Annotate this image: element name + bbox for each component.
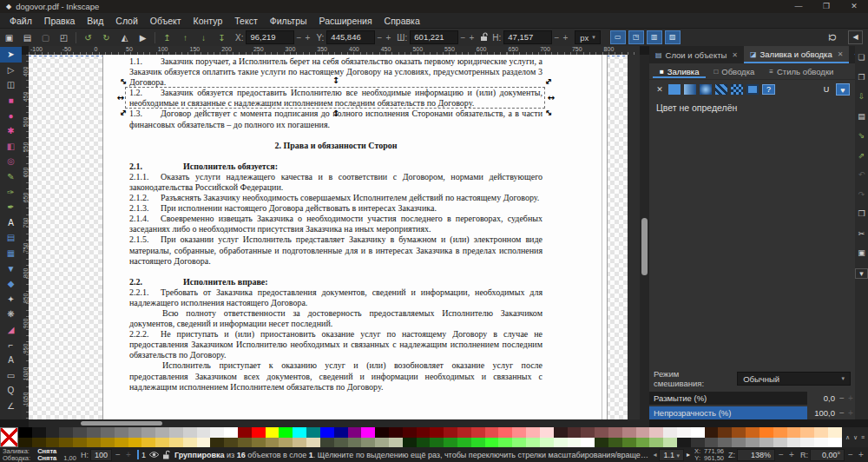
- color-swatch[interactable]: [649, 427, 663, 438]
- mesh-gradient-tool[interactable]: ▦: [0, 246, 22, 261]
- rotation-plus-button[interactable]: +: [857, 450, 865, 459]
- y-plus-button[interactable]: +: [384, 33, 392, 43]
- pencil-tool[interactable]: ✎: [0, 169, 22, 185]
- tweak-tool[interactable]: ✦: [0, 292, 22, 307]
- text-tool[interactable]: A: [0, 215, 22, 231]
- rotate-cw-icon[interactable]: ↻: [97, 33, 115, 43]
- object-opacity-field[interactable]: 100: [90, 449, 112, 461]
- x-field[interactable]: 96,219: [246, 30, 294, 44]
- lpe-tool[interactable]: A: [0, 353, 22, 368]
- color-swatch[interactable]: [210, 438, 224, 448]
- paint-bucket-tool[interactable]: ◆: [0, 276, 22, 292]
- y-field[interactable]: 445,846: [326, 30, 375, 44]
- raise-to-top-icon[interactable]: ↥: [158, 33, 176, 43]
- color-swatch[interactable]: [18, 438, 32, 448]
- color-swatch[interactable]: [73, 438, 87, 448]
- palette-scroll-up-icon[interactable]: ∧: [845, 434, 850, 441]
- import-icon[interactable]: ⇘: [858, 131, 865, 140]
- rectangle-tool[interactable]: ■: [0, 93, 22, 109]
- color-swatch[interactable]: [705, 438, 719, 448]
- color-swatch[interactable]: [581, 427, 595, 438]
- color-swatch[interactable]: [101, 427, 115, 438]
- flat-color-button[interactable]: [668, 84, 681, 95]
- bezier-pen-tool[interactable]: ✑: [0, 184, 22, 200]
- x-minus-button[interactable]: −: [294, 33, 303, 43]
- opacity-value[interactable]: 100,0: [807, 408, 838, 418]
- color-swatch[interactable]: [540, 438, 554, 448]
- current-layer-value[interactable]: 1: [141, 451, 146, 459]
- color-swatch[interactable]: [46, 427, 60, 438]
- selection-handle-right[interactable]: ↔: [546, 95, 556, 102]
- color-swatch[interactable]: [430, 438, 444, 448]
- select-all-layers-icon[interactable]: ▤: [18, 33, 36, 43]
- selection-box-icon[interactable]: ◰: [55, 33, 73, 43]
- color-swatch[interactable]: [595, 427, 608, 438]
- color-swatch[interactable]: [417, 427, 431, 438]
- blend-mode-dropdown[interactable]: Обычный ▾: [737, 372, 851, 386]
- color-swatch[interactable]: [773, 427, 787, 438]
- color-swatch[interactable]: [608, 438, 622, 448]
- horizontal-ruler[interactable]: -100-50050100150200250300350400450500550…: [29, 46, 640, 55]
- color-swatch[interactable]: [732, 427, 746, 438]
- color-swatch[interactable]: [403, 427, 417, 438]
- box-3d-tool[interactable]: ◧: [0, 139, 22, 155]
- color-swatch[interactable]: [814, 427, 828, 438]
- zoom-spinner[interactable]: Z: 138% − +: [728, 449, 796, 461]
- color-swatch[interactable]: [677, 438, 691, 448]
- color-swatch[interactable]: [293, 427, 306, 438]
- previous-page-button[interactable]: ◂: [653, 451, 656, 459]
- width-spinner[interactable]: Ш: 601,221 − +: [397, 30, 476, 44]
- color-swatch[interactable]: [169, 427, 183, 438]
- color-swatch[interactable]: [595, 438, 608, 448]
- color-swatch[interactable]: [238, 438, 252, 448]
- color-swatch[interactable]: [141, 427, 155, 438]
- color-swatch[interactable]: [649, 438, 663, 448]
- linear-gradient-button[interactable]: [684, 84, 696, 95]
- color-swatch[interactable]: [568, 438, 582, 448]
- color-swatch[interactable]: [526, 438, 540, 448]
- color-swatch[interactable]: [554, 427, 568, 438]
- color-swatch[interactable]: [320, 438, 334, 448]
- dropper-tool[interactable]: ▼: [0, 261, 22, 276]
- units-dropdown[interactable]: px ▾: [575, 30, 601, 44]
- color-swatch[interactable]: [444, 427, 457, 438]
- print-icon[interactable]: ▤: [858, 112, 865, 121]
- color-swatch[interactable]: [760, 438, 773, 448]
- selection-handle-bottom-left[interactable]: ↔: [117, 107, 129, 119]
- snap-toggle-icon[interactable]: Ω: [827, 34, 838, 41]
- paste-icon[interactable]: ▣: [858, 248, 865, 257]
- next-page-button[interactable]: ▸: [687, 451, 690, 459]
- color-swatch[interactable]: [101, 438, 115, 448]
- radial-gradient-button[interactable]: [700, 84, 712, 95]
- color-swatch[interactable]: [444, 438, 457, 448]
- opacity-minus-button[interactable]: −: [838, 408, 846, 418]
- color-swatch[interactable]: [293, 438, 306, 448]
- blur-slider[interactable]: Размытие (%) 0,0 − +: [649, 392, 855, 405]
- color-swatch[interactable]: [814, 438, 828, 448]
- select-all-icon[interactable]: ▣: [0, 33, 18, 43]
- width-minus-button[interactable]: −: [458, 33, 467, 43]
- y-minus-button[interactable]: −: [375, 33, 384, 43]
- color-swatch[interactable]: [732, 438, 746, 448]
- dock-tab-0[interactable]: ▤Слои и объекты✕: [649, 46, 744, 63]
- color-swatch[interactable]: [485, 438, 499, 448]
- color-swatch[interactable]: [306, 438, 320, 448]
- color-swatch[interactable]: [183, 427, 197, 438]
- color-swatch[interactable]: [663, 438, 677, 448]
- color-swatch[interactable]: [800, 438, 814, 448]
- color-swatch[interactable]: [417, 438, 431, 448]
- fill-stroke-indicator[interactable]: Заливка: Снята Обводка: Снята 1,00: [3, 448, 76, 462]
- ellipse-tool[interactable]: ●: [0, 108, 22, 123]
- subtab-0[interactable]: ■Заливка: [653, 65, 706, 78]
- color-swatch[interactable]: [128, 427, 142, 438]
- object-opacity-minus-button[interactable]: −: [114, 450, 122, 459]
- copy-icon[interactable]: ❒: [858, 209, 865, 218]
- color-swatch[interactable]: [691, 427, 705, 438]
- color-swatch[interactable]: [87, 427, 101, 438]
- color-swatch[interactable]: [46, 438, 60, 448]
- color-swatch[interactable]: [526, 427, 540, 438]
- flip-horizontal-icon[interactable]: ◭: [115, 33, 134, 43]
- color-swatch[interactable]: [498, 427, 512, 438]
- eraser-tool[interactable]: ◢: [0, 322, 22, 338]
- vertical-ruler[interactable]: 4004505005506006507007508008509009501000…: [22, 55, 29, 419]
